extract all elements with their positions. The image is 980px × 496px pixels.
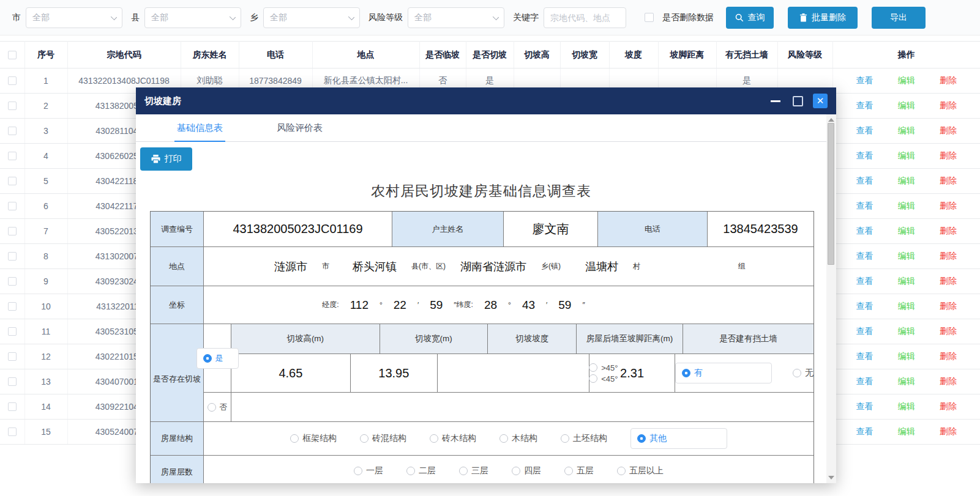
edit-link[interactable]: 编辑 (898, 150, 915, 161)
edit-link[interactable]: 编辑 (898, 276, 915, 287)
structure-radio-5[interactable]: 其他 (630, 428, 727, 449)
edit-link[interactable]: 编辑 (898, 201, 915, 212)
scroll-up-icon[interactable] (828, 118, 834, 122)
slope-yes-radio[interactable]: 是 (196, 348, 239, 369)
edit-link[interactable]: 编辑 (898, 226, 915, 237)
structure-radio-1[interactable]: 砖混结构 (360, 433, 406, 444)
tab-risk-eval[interactable]: 风险评价表 (274, 116, 325, 141)
county-select[interactable]: 全部 (144, 7, 241, 28)
cut-slope-house-modal: 切坡建房 ✕ 基础信息表 风险评价表 打印 农村居民切坡建房基础信息调查表 调查… (136, 87, 836, 483)
view-link[interactable]: 查看 (856, 326, 873, 337)
row-checkbox[interactable] (8, 152, 17, 160)
edit-link[interactable]: 编辑 (898, 351, 915, 362)
view-link[interactable]: 查看 (856, 100, 873, 111)
edit-link[interactable]: 编辑 (898, 251, 915, 262)
view-link[interactable]: 查看 (856, 376, 873, 387)
slope-subtable-header: 切坡高(m) 切坡宽(m) 切坡坡度 房屋后墙至坡脚距离(m) 是否建有挡土墙 (231, 324, 814, 354)
row-checkbox[interactable] (8, 302, 17, 311)
structure-radio-0[interactable]: 框架结构 (290, 433, 337, 444)
delete-link[interactable]: 删除 (940, 75, 957, 86)
delete-link[interactable]: 删除 (940, 176, 957, 187)
print-button[interactable]: 打印 (140, 147, 192, 171)
floors-radio-2[interactable]: 三层 (459, 465, 488, 476)
edit-link[interactable]: 编辑 (898, 100, 915, 111)
batch-delete-button[interactable]: 批量删除 (788, 7, 858, 29)
export-button[interactable]: 导出 (872, 7, 926, 29)
row-checkbox[interactable] (8, 252, 17, 261)
scrollbar-thumb[interactable] (828, 123, 834, 265)
row-checkbox[interactable] (8, 327, 17, 336)
row-checkbox[interactable] (8, 102, 17, 110)
edit-link[interactable]: 编辑 (898, 75, 915, 86)
tab-basic-info[interactable]: 基础信息表 (174, 116, 225, 141)
close-icon[interactable]: ✕ (813, 94, 828, 108)
row-checkbox[interactable] (8, 428, 17, 436)
delete-link[interactable]: 删除 (940, 351, 957, 362)
modal-scrollbar[interactable] (826, 114, 836, 483)
row-checkbox[interactable] (8, 202, 17, 210)
edit-link[interactable]: 编辑 (898, 125, 915, 136)
delete-link[interactable]: 删除 (940, 251, 957, 262)
delete-link[interactable]: 删除 (940, 301, 957, 312)
floors-radio-1[interactable]: 二层 (406, 465, 436, 476)
query-button[interactable]: 查询 (726, 7, 774, 29)
city-select[interactable]: 全部 (26, 7, 122, 28)
edit-link[interactable]: 编辑 (898, 426, 915, 437)
view-link[interactable]: 查看 (856, 201, 873, 212)
township-select[interactable]: 全部 (263, 7, 360, 28)
row-checkbox[interactable] (8, 277, 17, 286)
edit-link[interactable]: 编辑 (898, 401, 915, 412)
row-checkbox[interactable] (8, 377, 17, 386)
delete-link[interactable]: 删除 (940, 125, 957, 136)
view-link[interactable]: 查看 (856, 426, 873, 437)
row-checkbox[interactable] (8, 402, 17, 411)
view-link[interactable]: 查看 (856, 401, 873, 412)
view-link[interactable]: 查看 (856, 276, 873, 287)
structure-radio-2[interactable]: 砖木结构 (430, 433, 476, 444)
select-all-checkbox[interactable] (8, 51, 17, 59)
keyword-input[interactable] (544, 7, 626, 28)
row-checkbox[interactable] (8, 127, 17, 135)
view-link[interactable]: 查看 (856, 125, 873, 136)
row-checkbox[interactable] (8, 76, 17, 85)
delete-link[interactable]: 删除 (940, 376, 957, 387)
view-link[interactable]: 查看 (856, 251, 873, 262)
survey-row-coords: 坐标 经度: 112 ° 22 ′ 59 ″ 纬度: 28 ° 43 ′ 59 … (151, 286, 814, 324)
edit-link[interactable]: 编辑 (898, 326, 915, 337)
view-link[interactable]: 查看 (856, 75, 873, 86)
risk-level-select[interactable]: 全部 (408, 7, 504, 28)
delete-link[interactable]: 删除 (940, 426, 957, 437)
floors-radio-0[interactable]: 一层 (354, 465, 383, 476)
slope-no-radio[interactable]: 否 (208, 402, 228, 413)
floors-radio-5[interactable]: 五层以上 (617, 465, 664, 476)
delete-link[interactable]: 删除 (940, 201, 957, 212)
delete-link[interactable]: 删除 (940, 276, 957, 287)
delete-link[interactable]: 删除 (940, 100, 957, 111)
edit-link[interactable]: 编辑 (898, 176, 915, 187)
view-link[interactable]: 查看 (856, 176, 873, 187)
row-checkbox[interactable] (8, 227, 17, 235)
structure-radio-4[interactable]: 土坯结构 (561, 433, 607, 444)
structure-radio-3[interactable]: 木结构 (499, 433, 537, 444)
edit-link[interactable]: 编辑 (898, 301, 915, 312)
view-link[interactable]: 查看 (856, 150, 873, 161)
row-checkbox[interactable] (8, 352, 17, 361)
delete-link[interactable]: 删除 (940, 226, 957, 237)
scroll-down-icon[interactable] (828, 476, 834, 479)
floors-radio-4[interactable]: 五层 (564, 465, 594, 476)
delete-link[interactable]: 删除 (940, 150, 957, 161)
wall-no-radio[interactable]: 无 (793, 368, 814, 379)
wall-yes-radio[interactable]: 有 (675, 363, 772, 383)
delete-link[interactable]: 删除 (940, 401, 957, 412)
view-link[interactable]: 查看 (856, 301, 873, 312)
floors-radio-3[interactable]: 四层 (512, 465, 541, 476)
view-link[interactable]: 查看 (856, 351, 873, 362)
minimize-icon[interactable] (771, 100, 780, 102)
delete-link[interactable]: 删除 (940, 326, 957, 337)
row-checkbox[interactable] (8, 177, 17, 185)
maximize-icon[interactable] (793, 96, 803, 106)
view-link[interactable]: 查看 (856, 226, 873, 237)
deleted-data-checkbox[interactable] (645, 13, 654, 22)
edit-link[interactable]: 编辑 (898, 376, 915, 387)
modal-titlebar: 切坡建房 ✕ (136, 87, 836, 114)
